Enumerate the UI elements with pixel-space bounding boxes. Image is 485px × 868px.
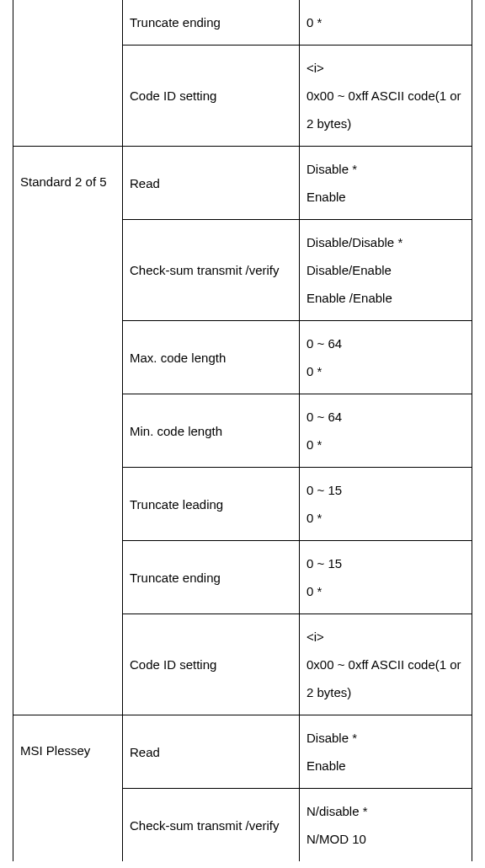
- param-cell: Min. code length: [123, 394, 300, 468]
- param-cell: Check-sum transmit /verify: [123, 789, 300, 862]
- group-label-prev: [13, 0, 123, 147]
- param-cell: Max. code length: [123, 321, 300, 394]
- param-cell: Truncate leading: [123, 468, 300, 541]
- value-cell: <i>0x00 ~ 0xff ASCII code(1 or 2 bytes): [300, 614, 472, 715]
- param-cell: Truncate ending: [123, 0, 300, 46]
- document-page: Truncate ending 0 * Code ID setting <i>0…: [0, 0, 485, 868]
- value-cell: 0 ~ 640 *: [300, 321, 472, 394]
- param-cell: Read: [123, 147, 300, 220]
- table-row: Standard 2 of 5 Read Disable *Enable: [13, 147, 472, 220]
- param-cell: Read: [123, 715, 300, 789]
- param-cell: Code ID setting: [123, 46, 300, 147]
- value-cell: Disable *Enable: [300, 715, 472, 789]
- param-cell: Check-sum transmit /verify: [123, 220, 300, 321]
- value-cell: Disable *Enable: [300, 147, 472, 220]
- group-label-msi: MSI Plessey: [13, 715, 123, 862]
- table-row: MSI Plessey Read Disable *Enable: [13, 715, 472, 789]
- param-cell: Truncate ending: [123, 541, 300, 614]
- value-cell: 0 ~ 150 *: [300, 468, 472, 541]
- settings-table: Truncate ending 0 * Code ID setting <i>0…: [13, 0, 472, 861]
- value-cell: 0 ~ 150 *: [300, 541, 472, 614]
- table-row: Truncate ending 0 *: [13, 0, 472, 46]
- value-cell: 0 *: [300, 0, 472, 46]
- value-cell: N/disable *N/MOD 10: [300, 789, 472, 862]
- value-cell: <i>0x00 ~ 0xff ASCII code(1 or 2 bytes): [300, 46, 472, 147]
- param-cell: Code ID setting: [123, 614, 300, 715]
- value-cell: Disable/Disable *Disable/EnableEnable /E…: [300, 220, 472, 321]
- value-cell: 0 ~ 640 *: [300, 394, 472, 468]
- group-label-std25: Standard 2 of 5: [13, 147, 123, 715]
